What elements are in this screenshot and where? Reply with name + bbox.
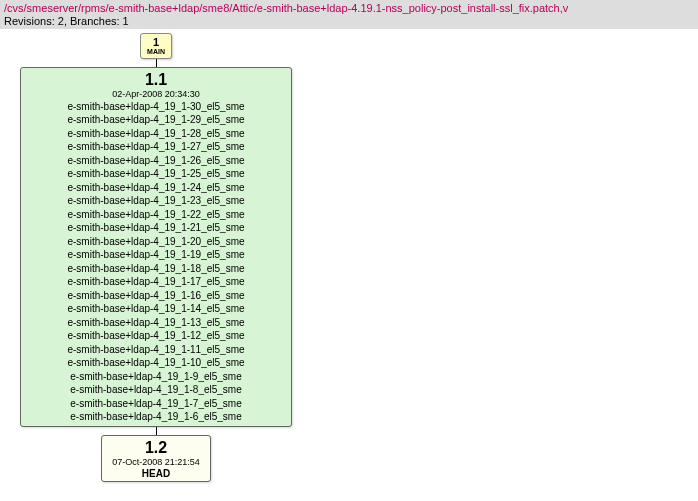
tag-item: e-smith-base+ldap-4_19_1-11_el5_sme [25, 343, 287, 357]
head-label: HEAD [106, 468, 206, 479]
repo-path: /cvs/smeserver/rpms/e-smith-base+ldap/sm… [4, 2, 694, 14]
branch-name: MAIN [141, 48, 171, 56]
tag-item: e-smith-base+ldap-4_19_1-10_el5_sme [25, 356, 287, 370]
tag-item: e-smith-base+ldap-4_19_1-17_el5_sme [25, 275, 287, 289]
revision-date: 02-Apr-2008 20:34:30 [25, 89, 287, 99]
tag-item: e-smith-base+ldap-4_19_1-18_el5_sme [25, 262, 287, 276]
tag-item: e-smith-base+ldap-4_19_1-16_el5_sme [25, 289, 287, 303]
revision-diagram: 1 MAIN 1.1 02-Apr-2008 20:34:30 e-smith-… [0, 29, 698, 492]
revision-number: 1.1 [25, 71, 287, 89]
revision-node-2[interactable]: 1.2 07-Oct-2008 21:21:54 HEAD [101, 435, 211, 482]
revision-number: 1.2 [106, 439, 206, 457]
header-bar: /cvs/smeserver/rpms/e-smith-base+ldap/sm… [0, 0, 698, 29]
tag-item: e-smith-base+ldap-4_19_1-12_el5_sme [25, 329, 287, 343]
tag-item: e-smith-base+ldap-4_19_1-25_el5_sme [25, 167, 287, 181]
tag-item: e-smith-base+ldap-4_19_1-14_el5_sme [25, 302, 287, 316]
tag-item: e-smith-base+ldap-4_19_1-22_el5_sme [25, 208, 287, 222]
tag-item: e-smith-base+ldap-4_19_1-30_el5_sme [25, 100, 287, 114]
revision-date: 07-Oct-2008 21:21:54 [106, 457, 206, 467]
tag-item: e-smith-base+ldap-4_19_1-13_el5_sme [25, 316, 287, 330]
revision-node-1[interactable]: 1.1 02-Apr-2008 20:34:30 e-smith-base+ld… [20, 67, 292, 427]
tag-item: e-smith-base+ldap-4_19_1-29_el5_sme [25, 113, 287, 127]
tag-item: e-smith-base+ldap-4_19_1-21_el5_sme [25, 221, 287, 235]
revisions-summary: Revisions: 2, Branches: 1 [4, 15, 694, 27]
connector-line [156, 59, 157, 67]
tag-item: e-smith-base+ldap-4_19_1-6_el5_sme [25, 410, 287, 424]
tag-item: e-smith-base+ldap-4_19_1-9_el5_sme [25, 370, 287, 384]
tag-item: e-smith-base+ldap-4_19_1-28_el5_sme [25, 127, 287, 141]
branch-number: 1 [141, 36, 171, 48]
tag-item: e-smith-base+ldap-4_19_1-8_el5_sme [25, 383, 287, 397]
tag-item: e-smith-base+ldap-4_19_1-24_el5_sme [25, 181, 287, 195]
tag-list: e-smith-base+ldap-4_19_1-30_el5_smee-smi… [25, 100, 287, 424]
connector-line [156, 427, 157, 435]
tag-item: e-smith-base+ldap-4_19_1-20_el5_sme [25, 235, 287, 249]
tag-item: e-smith-base+ldap-4_19_1-7_el5_sme [25, 397, 287, 411]
tag-item: e-smith-base+ldap-4_19_1-23_el5_sme [25, 194, 287, 208]
tag-item: e-smith-base+ldap-4_19_1-27_el5_sme [25, 140, 287, 154]
tag-item: e-smith-base+ldap-4_19_1-19_el5_sme [25, 248, 287, 262]
branch-node-main[interactable]: 1 MAIN [140, 33, 172, 59]
tag-item: e-smith-base+ldap-4_19_1-26_el5_sme [25, 154, 287, 168]
